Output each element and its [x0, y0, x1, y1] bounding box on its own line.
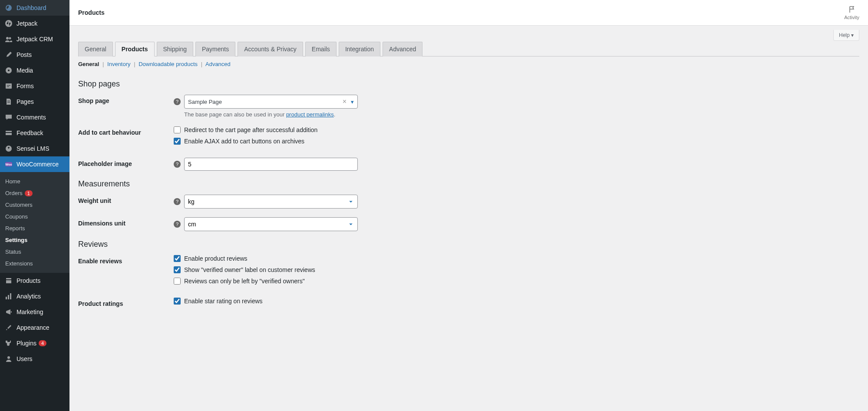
sidebar-label: Media — [17, 67, 33, 74]
sidebar-label: Dashboard — [17, 4, 46, 11]
svg-text:Woo: Woo — [5, 163, 12, 166]
tab-products[interactable]: Products — [115, 42, 155, 56]
verified-only-checkbox[interactable] — [174, 278, 181, 285]
sidebar-item-sensei[interactable]: Sensei LMS — [0, 141, 69, 156]
appearance-icon — [4, 323, 13, 332]
subtab-inventory[interactable]: Inventory — [107, 61, 130, 67]
sidebar-item-woocommerce[interactable]: WooWooCommerce — [0, 156, 69, 172]
sidebar-label: Marketing — [17, 308, 43, 315]
sidebar-label: Sensei LMS — [17, 145, 49, 152]
star-rating-label[interactable]: Enable star rating on reviews — [184, 298, 263, 305]
sub-item-extensions[interactable]: Extensions — [0, 258, 69, 269]
verified-only-label[interactable]: Reviews can only be left by "verified ow… — [184, 278, 305, 285]
dimensions-select[interactable]: cm — [184, 217, 358, 231]
help-icon[interactable]: ? — [174, 198, 181, 205]
permalinks-link[interactable]: product permalinks — [286, 111, 334, 118]
weight-select[interactable]: kg — [184, 195, 358, 209]
svg-rect-7 — [6, 133, 12, 135]
sub-label: Status — [5, 249, 21, 255]
sensei-icon — [4, 144, 13, 153]
pages-icon — [4, 97, 13, 106]
forms-icon — [4, 82, 13, 90]
svg-point-2 — [9, 37, 11, 40]
main-content: Products Activity Help ▾ General Product… — [69, 0, 868, 411]
svg-point-0 — [5, 20, 12, 27]
placeholder-label: Placeholder image — [78, 158, 174, 167]
subtab-advanced[interactable]: Advanced — [205, 61, 231, 67]
woocommerce-icon: Woo — [4, 160, 13, 169]
sidebar-item-comments[interactable]: Comments — [0, 109, 69, 125]
enable-reviews-label: Enable reviews — [78, 255, 174, 265]
sidebar-item-jetpack[interactable]: Jetpack — [0, 16, 69, 31]
help-icon[interactable]: ? — [174, 161, 181, 168]
subtab-downloadable[interactable]: Downloadable products — [139, 61, 198, 67]
clear-icon[interactable]: × — [341, 98, 348, 106]
sidebar-label: Feedback — [17, 129, 43, 136]
tab-advanced[interactable]: Advanced — [383, 42, 422, 56]
plugins-icon — [4, 339, 13, 348]
tab-emails[interactable]: Emails — [305, 42, 337, 56]
sidebar-label: Users — [17, 355, 33, 362]
star-rating-checkbox[interactable] — [174, 298, 181, 305]
sidebar-item-products[interactable]: Products — [0, 273, 69, 288]
help-icon[interactable]: ? — [174, 221, 181, 228]
sidebar-item-marketing[interactable]: Marketing — [0, 304, 69, 320]
section-reviews: Reviews — [78, 240, 859, 249]
sidebar-label: Jetpack CRM — [17, 36, 53, 43]
sub-item-customers[interactable]: Customers — [0, 199, 69, 211]
sub-item-home[interactable]: Home — [0, 176, 69, 187]
sidebar-item-pages[interactable]: Pages — [0, 94, 69, 109]
sidebar-item-jetpack-crm[interactable]: Jetpack CRM — [0, 31, 69, 47]
posts-icon — [4, 50, 13, 59]
help-tab[interactable]: Help ▾ — [833, 30, 859, 41]
sub-item-orders[interactable]: Orders1 — [0, 187, 69, 199]
sidebar-label: WooCommerce — [17, 161, 59, 168]
separator: | — [102, 61, 104, 67]
placeholder-input[interactable] — [184, 158, 358, 171]
media-icon — [4, 66, 13, 75]
sidebar-item-plugins[interactable]: Plugins4 — [0, 335, 69, 351]
crm-icon — [4, 35, 13, 43]
tab-payments[interactable]: Payments — [195, 42, 235, 56]
sub-label: Coupons — [5, 213, 28, 220]
separator: | — [201, 61, 202, 67]
redirect-label[interactable]: Redirect to the cart page after successf… — [184, 126, 317, 133]
svg-rect-13 — [10, 293, 11, 299]
shop-page-select[interactable]: Sample Page × ▾ — [184, 95, 358, 109]
sidebar-item-feedback[interactable]: Feedback — [0, 125, 69, 141]
activity-button[interactable]: Activity — [844, 5, 859, 20]
shop-page-label: Shop page — [78, 95, 174, 104]
verified-owner-checkbox[interactable] — [174, 266, 181, 273]
sidebar-item-analytics[interactable]: Analytics — [0, 288, 69, 304]
sub-label: Settings — [5, 237, 27, 243]
page-title: Products — [78, 9, 105, 16]
sub-label: Home — [5, 178, 20, 185]
ajax-label[interactable]: Enable AJAX add to cart buttons on archi… — [184, 138, 304, 145]
verified-owner-label[interactable]: Show "verified owner" label on customer … — [184, 266, 315, 273]
sidebar-item-dashboard[interactable]: Dashboard — [0, 0, 69, 16]
sub-tabs: General | Inventory | Downloadable produ… — [78, 56, 859, 72]
help-icon[interactable]: ? — [174, 98, 181, 105]
sub-item-settings[interactable]: Settings — [0, 234, 69, 246]
ajax-checkbox[interactable] — [174, 138, 181, 145]
sidebar-item-posts[interactable]: Posts — [0, 47, 69, 63]
dashboard-icon — [4, 3, 13, 12]
sub-item-coupons[interactable]: Coupons — [0, 211, 69, 222]
sidebar-item-users[interactable]: Users — [0, 351, 69, 367]
sidebar-item-media[interactable]: Media — [0, 63, 69, 78]
subtab-general[interactable]: General — [78, 61, 99, 67]
enable-reviews-checkbox[interactable] — [174, 255, 181, 262]
tab-shipping[interactable]: Shipping — [157, 42, 194, 56]
tab-integration[interactable]: Integration — [339, 42, 380, 56]
redirect-checkbox[interactable] — [174, 126, 181, 133]
top-bar: Products Activity — [69, 0, 868, 26]
enable-reviews-opt-label[interactable]: Enable product reviews — [184, 255, 248, 262]
sidebar-item-appearance[interactable]: Appearance — [0, 320, 69, 335]
sub-item-reports[interactable]: Reports — [0, 222, 69, 234]
tab-accounts[interactable]: Accounts & Privacy — [238, 42, 303, 56]
sidebar-label: Appearance — [17, 324, 50, 331]
tab-general[interactable]: General — [78, 42, 113, 56]
sub-item-status[interactable]: Status — [0, 246, 69, 258]
sidebar-item-forms[interactable]: Forms — [0, 78, 69, 94]
product-ratings-label: Product ratings — [78, 298, 174, 307]
